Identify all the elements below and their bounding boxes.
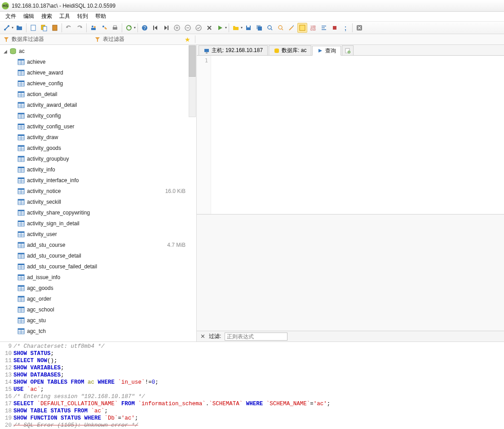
undo-icon[interactable] [64,23,74,33]
tree-table-node[interactable]: add_stu_course 4.7 MiB [0,240,196,250]
dropdown-icon[interactable]: ▾ [241,26,243,30]
log-line[interactable]: 10SHOW STATUS; [0,350,504,357]
tab-host[interactable]: 主机: 192.168.10.187 [199,45,268,55]
tree-table-node[interactable]: agc_goods [0,283,196,293]
table-name: agc_stu [27,317,186,324]
log-line[interactable]: 11SELECT NOW(); [0,357,504,364]
print-icon[interactable] [110,23,120,33]
tree-table-node[interactable]: activity_interface_info [0,175,196,186]
tab-database[interactable]: 数据库: ac [269,45,311,55]
tree-table-node[interactable]: activity_notice 16.0 KiB [0,186,196,197]
log-line[interactable]: 12SHOW VARIABLES; [0,364,504,372]
tree-table-node[interactable]: agc_stu [0,315,196,326]
dropdown-icon[interactable]: ▾ [12,26,13,30]
tree-table-node[interactable]: achieve_config [0,78,196,89]
tab-query[interactable]: 查询 [312,46,341,56]
tree-table-node[interactable]: agc_tch [0,326,196,337]
db-tree[interactable]: ◢ ac achieve achieve_award achieve_confi… [0,45,196,341]
db-filter-label[interactable]: 数据库过滤器 [12,35,92,43]
users-icon[interactable] [88,23,98,33]
tree-table-node[interactable]: achieve_award [0,67,196,78]
table-filter-label[interactable]: 表过滤器 [103,35,183,43]
menu-goto[interactable]: 转到 [74,12,92,21]
format-icon[interactable] [319,23,329,33]
tree-table-node[interactable]: activity_info [0,164,196,175]
refresh-icon[interactable] [124,23,134,33]
semicolon-icon[interactable]: ; [340,23,350,33]
tree-table-node[interactable]: activity_draw [0,132,196,143]
redo-icon[interactable] [75,23,84,33]
help-icon[interactable]: ? [140,23,150,33]
scrollbar-thumb[interactable] [189,45,196,77]
table-name: activity_config [27,113,186,119]
remove-icon[interactable] [183,23,193,33]
tree-table-node[interactable]: activity_share_copywriting [0,207,196,218]
run-icon[interactable] [215,23,225,33]
tree-table-node[interactable]: activity_sign_in_detail [0,218,196,229]
copy-icon[interactable] [39,23,49,33]
last-icon[interactable] [161,23,171,33]
filter-input[interactable] [225,333,287,341]
tree-db-node[interactable]: ◢ ac [0,46,196,57]
star-icon[interactable]: ★ [185,36,190,43]
collapse-icon[interactable]: ◢ [4,49,9,54]
dropdown-icon[interactable]: ▾ [134,26,136,30]
tree-table-node[interactable]: add_stu_course_detail [0,250,196,261]
log-line[interactable]: 13SHOW DATABASES; [0,372,504,379]
tree-table-node[interactable]: achieve [0,57,196,67]
svg-rect-85 [206,53,208,53]
menu-file[interactable]: 文件 [2,12,20,21]
separator [86,23,87,32]
tree-table-node[interactable]: agc_order [0,293,196,304]
menu-search[interactable]: 搜索 [38,12,56,21]
first-icon[interactable] [150,23,160,33]
search-icon[interactable] [265,23,275,33]
tree-table-node[interactable]: agc_school [0,304,196,315]
save-icon[interactable] [243,23,253,33]
close-icon[interactable]: ✕ [200,333,205,340]
new-icon[interactable] [28,23,38,33]
paste-icon[interactable] [50,23,60,33]
tree-table-node[interactable]: activity_config_user [0,121,196,132]
edit-icon[interactable] [99,23,109,33]
tree-table-node[interactable]: activity_config [0,110,196,121]
tree-table-node[interactable]: activity_award_detail [0,100,196,110]
log-line[interactable]: 9/* Characterset: utf8mb4 */ [0,343,504,350]
stop-icon[interactable] [330,23,340,33]
disconnect-icon[interactable] [2,23,12,33]
close-icon[interactable] [354,23,364,33]
highlight-icon[interactable] [297,23,307,33]
binary-icon[interactable]: 100010 [308,23,318,33]
wand-icon[interactable] [287,23,296,33]
tree-table-node[interactable]: activity_seckill [0,197,196,207]
tree-table-node[interactable]: activity_groupbuy [0,153,196,164]
log-line[interactable]: 14SHOW OPEN TABLES FROM ac WHERE `in_use… [0,379,504,386]
add-icon[interactable] [172,23,182,33]
cancel-icon[interactable] [204,23,214,33]
log-line[interactable]: 18SHOW TABLE STATUS FROM `ac`; [0,407,504,415]
confirm-icon[interactable] [194,23,203,33]
tree-table-node[interactable]: activity_goods [0,143,196,153]
log-line[interactable]: 16/* Entering session "192.168.10.187" *… [0,393,504,400]
menu-tools[interactable]: 工具 [56,12,74,21]
save-all-icon[interactable] [254,23,264,33]
sql-editor[interactable]: 1 [197,56,504,214]
tree-table-node[interactable]: add_stu_course_failed_detail [0,261,196,272]
open-icon[interactable] [14,23,24,33]
dropdown-icon[interactable]: ▾ [225,26,227,30]
sql-log[interactable]: 9/* Characterset: utf8mb4 */10SHOW STATU… [0,342,504,429]
folder-icon[interactable] [231,23,241,33]
editor-text[interactable] [211,56,504,214]
menu-help[interactable]: 帮助 [92,12,110,21]
tab-new[interactable] [342,45,354,55]
svg-point-24 [268,26,271,29]
log-line[interactable]: 20/* SQL Error (1105): Unknown error */ [0,422,504,429]
menu-edit[interactable]: 编辑 [20,12,38,21]
tree-table-node[interactable]: action_detail [0,89,196,100]
log-line[interactable]: 17SELECT `DEFAULT_COLLATION_NAME` FROM `… [0,400,504,407]
tree-table-node[interactable]: activity_user [0,229,196,240]
log-line[interactable]: 15USE `ac`; [0,386,504,393]
search2-icon[interactable] [276,23,286,33]
log-line[interactable]: 19SHOW FUNCTION STATUS WHERE `Db`='ac'; [0,415,504,422]
tree-table-node[interactable]: ad_issue_info [0,272,196,283]
